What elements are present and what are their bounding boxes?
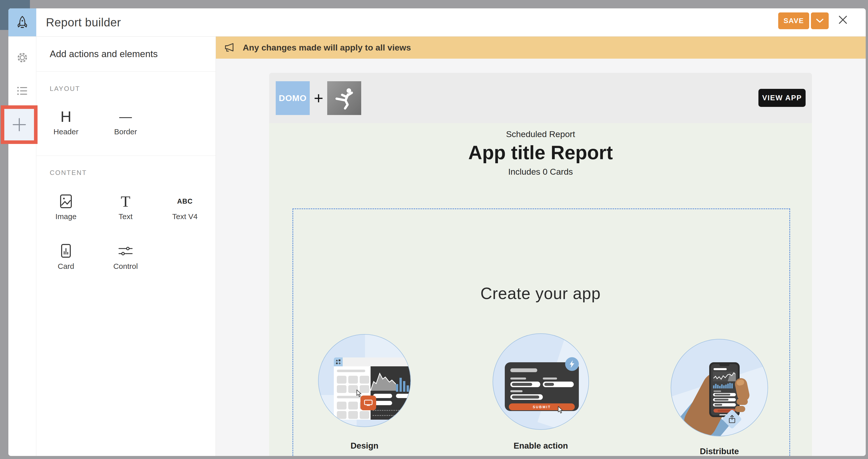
report-preview: DOMO + VIEW APP Sche [269,73,812,456]
save-dropdown-button[interactable] [811,12,829,29]
bar [717,385,719,389]
input-field [543,381,574,387]
report-title: App title Report [269,141,812,164]
app-logo-tile [8,8,36,36]
modal-header: Report builder SAVE [8,8,866,36]
placeholder-tile [337,376,346,383]
bar [713,385,715,389]
placeholder-tile [360,411,369,419]
form-card: SUBMIT [505,362,579,411]
button-text-bar [718,410,731,412]
border-icon: — [104,106,147,127]
list-row [713,393,736,396]
bar [407,385,409,392]
banner-text: Any changes made will apply to all views [243,36,411,59]
phone-screen [711,364,738,415]
bar [727,383,729,389]
placeholder-bar [714,391,721,392]
placeholder-tile [337,385,346,393]
card-icon [44,241,88,261]
element-label: Text [104,212,147,221]
row-text-bar [715,404,722,406]
megaphone-icon [223,41,236,54]
step-label-enable-action: Enable action [493,441,589,451]
element-text[interactable]: T Text [104,191,147,221]
bar [715,384,717,389]
placeholder-bar [714,368,727,370]
list-view-button[interactable] [17,85,28,97]
section-label-layout: LAYOUT [50,85,80,93]
close-button[interactable] [836,13,849,26]
placeholder-tile [348,402,358,409]
bar [396,384,398,392]
list-icon [17,85,28,97]
design-toolbar [334,357,411,366]
placeholder-tile [337,411,346,419]
line-chart [713,372,736,381]
domo-logo: DOMO [276,81,310,115]
karate-logo [327,81,361,115]
section-label-content: CONTENT [50,169,87,177]
bar [723,385,725,389]
element-control[interactable]: Control [104,241,147,270]
report-logo-band: DOMO + VIEW APP [269,73,812,123]
list-row [713,398,736,401]
element-text-v4[interactable]: ABC Text V4 [163,191,207,221]
placeholder-bar [337,370,365,372]
report-builder-modal: Report builder SAVE [8,8,866,456]
settings-button[interactable] [17,52,28,63]
bar [729,383,731,389]
card-badge-icon [361,396,376,410]
step-label-distribute: Distribute [671,447,768,456]
annotation-highlight [1,105,37,144]
cursor-icon [558,406,564,414]
field-label-bar [510,377,526,379]
input-field [510,381,540,387]
phone-notch [719,364,730,366]
notice-banner: Any changes made will apply to all views [216,36,866,59]
placeholder-tile [337,402,346,409]
design-app-window [334,357,411,420]
save-button[interactable]: SAVE [778,12,809,29]
add-element-button[interactable] [4,109,34,140]
cursor-icon [356,390,363,398]
bar [725,384,727,389]
input-value-bar [512,383,532,386]
element-border[interactable]: — Border [104,106,147,136]
field-label-bar [543,377,557,379]
content-region: Any changes made will apply to all views… [216,36,866,456]
close-icon [838,15,848,25]
logo-plus-separator: + [310,81,328,115]
input-value-bar [544,383,554,386]
placeholder-tile [348,411,358,419]
element-header[interactable]: H Header [44,106,88,136]
report-cards-count: Includes 0 Cards [269,167,812,177]
area-chart [371,369,396,391]
panel-title: Add actions and elements [50,36,158,71]
placeholder-tile [360,376,369,383]
submit-button: SUBMIT [509,403,575,410]
distribute-illustration [671,339,768,436]
element-image[interactable]: Image [44,191,88,221]
shapes-icon [334,357,343,366]
panel-title-row: Add actions and elements [36,36,216,71]
left-rail [8,36,36,456]
window-title: Report builder [46,8,121,36]
input-field [510,394,543,400]
element-label: Border [104,127,147,136]
control-icon [104,241,147,261]
report-subtitle: Scheduled Report [269,129,812,139]
step-label-design: Design [318,441,411,451]
header-icon: H [44,106,88,127]
text-v4-icon: ABC [163,191,207,212]
element-label: Image [44,212,88,221]
row-text-bar [715,394,730,396]
view-app-button[interactable]: VIEW APP [758,89,806,107]
element-card[interactable]: Card [44,241,88,270]
list-row [713,403,736,406]
rocket-icon [15,15,30,30]
lightning-badge [565,357,579,371]
bar [403,381,405,392]
text-icon: T [104,191,147,212]
element-label: Card [44,262,88,270]
